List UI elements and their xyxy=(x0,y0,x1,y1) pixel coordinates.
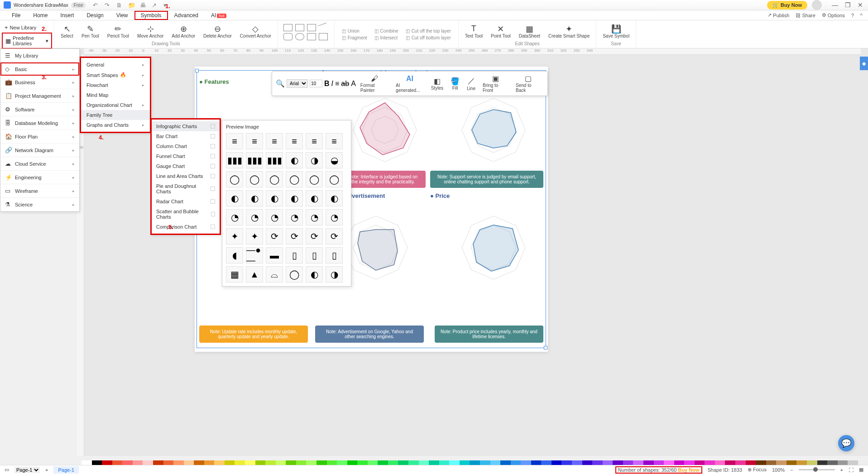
thumb-load3[interactable]: ⟳ xyxy=(306,228,323,244)
thumb-col3[interactable]: ▮▮▮ xyxy=(266,152,283,168)
italic-button[interactable]: I xyxy=(331,80,333,88)
fit-page-icon[interactable]: ⛶ xyxy=(849,467,854,473)
color-swatch[interactable] xyxy=(194,460,204,465)
thumb-fill2[interactable]: ◑ xyxy=(326,266,343,282)
sm-infographic[interactable]: Infographic Charts xyxy=(152,121,220,131)
color-swatch[interactable] xyxy=(715,460,725,465)
color-swatch[interactable] xyxy=(449,460,460,465)
color-swatch[interactable] xyxy=(613,460,623,465)
lib-network[interactable]: 🔗Network Diagram▸ xyxy=(0,144,79,157)
sm-mind-map[interactable]: Mind Map xyxy=(81,90,150,100)
add-anchor-tool[interactable]: ⊕Add Anchor xyxy=(169,22,198,40)
create-smart-shape[interactable]: ✦Create Smart Shape xyxy=(546,22,592,40)
color-swatch[interactable] xyxy=(347,460,358,465)
color-swatch[interactable] xyxy=(561,460,572,465)
thumb-col2[interactable]: ▮▮▮ xyxy=(246,152,263,168)
datasheet-tool[interactable]: ▦DataSheet xyxy=(516,22,543,40)
ai-generated[interactable]: AIAI generated... xyxy=(393,74,427,94)
buy-now-button[interactable]: 🛒Buy Now xyxy=(767,1,807,10)
format-painter[interactable]: 🖌Format Painter xyxy=(358,74,391,94)
color-swatch[interactable] xyxy=(858,460,868,465)
thumb-bar-h6[interactable]: ≡ xyxy=(326,133,343,149)
thumb-gauge3[interactable]: ◐ xyxy=(266,190,283,206)
page-view-icon[interactable]: ▭ xyxy=(5,467,9,473)
menu-view[interactable]: View xyxy=(110,11,134,20)
zoom-out[interactable]: − xyxy=(790,467,793,473)
color-swatch[interactable] xyxy=(817,460,828,465)
color-swatch[interactable] xyxy=(511,460,521,465)
open-icon[interactable]: 📁 xyxy=(128,2,134,8)
color-swatch[interactable] xyxy=(112,460,123,465)
color-swatch[interactable] xyxy=(398,460,408,465)
sm-graphs-charts[interactable]: Graphs and Charts▸ xyxy=(81,120,150,130)
sm-radar-chart[interactable]: Radar Chart xyxy=(152,196,220,206)
thumb-bar-h4[interactable]: ≡ xyxy=(286,133,303,149)
color-swatch[interactable] xyxy=(214,460,225,465)
shape-ellipse[interactable] xyxy=(295,33,304,40)
save-icon[interactable]: 🗎 xyxy=(116,2,123,8)
menu-home[interactable]: Home xyxy=(27,11,54,20)
thumb-tri[interactable]: ▲ xyxy=(246,266,263,282)
combine-op[interactable]: ◫ Combine xyxy=(374,28,398,34)
thumb-prog1[interactable]: ◔ xyxy=(226,209,243,225)
color-swatch[interactable] xyxy=(695,460,705,465)
thumb-battery3[interactable]: ▯ xyxy=(326,247,343,263)
add-page-button[interactable]: + xyxy=(45,467,48,473)
thumb-bar-h3[interactable]: ≡ xyxy=(266,133,283,149)
thumb-load2[interactable]: ⟳ xyxy=(286,228,303,244)
sm-column-chart[interactable]: Column Chart xyxy=(152,141,220,151)
color-swatch[interactable] xyxy=(541,460,551,465)
page-selector[interactable]: Page-1 xyxy=(14,467,40,473)
shape-line[interactable] xyxy=(318,23,329,33)
page-tab[interactable]: Page-1 xyxy=(53,466,78,474)
fragment-op[interactable]: ◫ Fragment xyxy=(342,35,367,41)
intersect-op[interactable]: ◫ Intersect xyxy=(374,35,398,41)
color-swatch[interactable] xyxy=(582,460,593,465)
shape-rounded-rect[interactable] xyxy=(283,33,293,40)
shape-rectangle[interactable] xyxy=(283,24,293,31)
search-icon[interactable]: 🔍 xyxy=(276,79,285,88)
menu-file[interactable]: File xyxy=(5,11,27,20)
color-swatch[interactable] xyxy=(286,460,296,465)
cut-top-op[interactable]: ◫ Cut off the top layer xyxy=(406,28,451,34)
color-swatch[interactable] xyxy=(643,460,654,465)
predefine-libraries-button[interactable]: ▦Predefine Libraries▾ xyxy=(2,33,52,49)
color-swatch[interactable] xyxy=(378,460,388,465)
pen-tool[interactable]: ✎Pen Tool xyxy=(79,22,102,40)
thumb-prog2[interactable]: ◔ xyxy=(246,209,263,225)
color-swatch[interactable] xyxy=(439,460,450,465)
color-swatch[interactable] xyxy=(480,460,490,465)
color-swatch[interactable] xyxy=(746,460,756,465)
undo-icon[interactable]: ↶ xyxy=(93,2,99,8)
color-swatch[interactable] xyxy=(796,460,807,465)
lib-software[interactable]: ⚙Software▸ xyxy=(0,103,79,116)
sm-flowchart[interactable]: Flowchart▸ xyxy=(81,80,150,90)
align-button[interactable]: ≡ xyxy=(335,80,339,88)
thumb-gauge6[interactable]: ◐ xyxy=(326,190,343,206)
color-swatch[interactable] xyxy=(531,460,542,465)
thumb-progbar[interactable]: ▬ xyxy=(266,247,283,263)
lib-database[interactable]: 🗄Database Modeling▸ xyxy=(0,116,79,130)
menu-insert[interactable]: Insert xyxy=(54,11,80,20)
color-swatch[interactable] xyxy=(848,460,858,465)
sm-funnel-chart[interactable]: Funnel Chart xyxy=(152,151,220,161)
shape-arc[interactable] xyxy=(307,33,316,40)
thumb-battery2[interactable]: ▯ xyxy=(306,247,323,263)
font-size-input[interactable] xyxy=(310,80,322,87)
sm-pie-doughnut[interactable]: Pie and Doughnut Charts xyxy=(152,181,220,196)
color-swatch[interactable] xyxy=(173,460,184,465)
lib-floor-plan[interactable]: 🏠Floor Plan▸ xyxy=(0,130,79,144)
zoom-slider[interactable] xyxy=(799,469,835,470)
color-swatch[interactable] xyxy=(786,460,797,465)
lib-cloud[interactable]: ☁Cloud Service▸ xyxy=(0,157,79,171)
thumb-gauge5[interactable]: ◐ xyxy=(306,190,323,206)
thumb-radial2[interactable]: ✦ xyxy=(246,228,263,244)
color-swatch[interactable] xyxy=(490,460,501,465)
thumb-prog3[interactable]: ◔ xyxy=(266,209,283,225)
color-swatch[interactable] xyxy=(337,460,347,465)
thumb-donut6[interactable]: ◯ xyxy=(326,171,343,187)
color-swatch[interactable] xyxy=(807,460,817,465)
shape-curve[interactable] xyxy=(319,33,328,40)
lib-my-library[interactable]: ☰My Library xyxy=(0,49,79,62)
maximize-button[interactable]: ❐ xyxy=(844,1,852,9)
